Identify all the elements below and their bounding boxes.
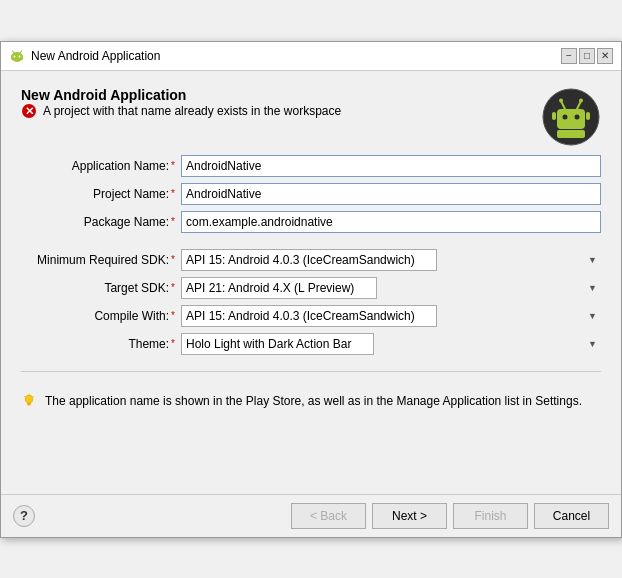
form-section: Application Name: * Project Name: * Pack… [21,155,601,233]
dialog-header-left: New Android Application ✕ A project with… [21,87,341,135]
project-name-row: Project Name: * [21,183,601,205]
error-message: A project with that name already exists … [43,104,341,118]
svg-point-19 [25,395,33,403]
compile-with-select[interactable]: API 15: Android 4.0.3 (IceCreamSandwich) [181,305,437,327]
svg-line-24 [33,396,34,397]
svg-rect-18 [557,130,585,138]
required-icon-5: * [171,282,175,293]
dialog-content: New Android Application ✕ A project with… [1,71,621,494]
divider [21,371,601,372]
min-sdk-label: Minimum Required SDK: * [21,253,181,267]
sdk-section: Minimum Required SDK: * API 15: Android … [21,249,601,355]
dialog-header: New Android Application ✕ A project with… [21,87,601,147]
bottom-right: < Back Next > Finish Cancel [291,503,609,529]
project-name-input[interactable] [181,183,601,205]
svg-rect-12 [552,112,556,120]
svg-line-23 [24,396,25,397]
minimize-button[interactable]: − [561,48,577,64]
application-name-row: Application Name: * [21,155,601,177]
svg-point-17 [579,98,583,102]
info-text: The application name is shown in the Pla… [45,392,582,410]
next-button[interactable]: Next > [372,503,447,529]
package-name-input[interactable] [181,211,601,233]
target-sdk-wrapper: API 21: Android 4.X (L Preview) [181,277,601,299]
error-icon: ✕ [21,103,37,119]
finish-button[interactable]: Finish [453,503,528,529]
maximize-button[interactable]: □ [579,48,595,64]
application-name-label: Application Name: * [21,159,181,173]
min-sdk-wrapper: API 15: Android 4.0.3 (IceCreamSandwich) [181,249,601,271]
spacer [21,418,601,478]
svg-rect-21 [28,404,31,405]
required-icon-6: * [171,310,175,321]
title-bar-left: New Android Application [9,48,160,64]
close-button[interactable]: ✕ [597,48,613,64]
info-row: The application name is shown in the Pla… [21,384,601,418]
svg-line-5 [20,51,22,53]
required-icon-3: * [171,216,175,227]
compile-with-wrapper: API 15: Android 4.0.3 (IceCreamSandwich) [181,305,601,327]
application-name-input[interactable] [181,155,601,177]
title-bar-controls: − □ ✕ [561,48,613,64]
title-bar: New Android Application − □ ✕ [1,42,621,71]
svg-point-10 [563,114,568,119]
svg-rect-9 [557,109,585,129]
project-name-label: Project Name: * [21,187,181,201]
back-button[interactable]: < Back [291,503,366,529]
cancel-button[interactable]: Cancel [534,503,609,529]
svg-point-3 [19,55,21,57]
min-sdk-row: Minimum Required SDK: * API 15: Android … [21,249,601,271]
help-button[interactable]: ? [13,505,35,527]
svg-rect-20 [27,403,31,405]
package-name-label: Package Name: * [21,215,181,229]
required-icon-7: * [171,338,175,349]
compile-with-label: Compile With: * [21,309,181,323]
theme-select[interactable]: Holo Light with Dark Action Bar [181,333,374,355]
svg-line-4 [13,51,15,53]
android-title-icon [9,48,25,64]
info-bulb-icon [21,393,37,409]
theme-label: Theme: * [21,337,181,351]
min-sdk-select[interactable]: API 15: Android 4.0.3 (IceCreamSandwich) [181,249,437,271]
theme-wrapper: Holo Light with Dark Action Bar [181,333,601,355]
required-icon: * [171,160,175,171]
required-icon-2: * [171,188,175,199]
required-icon-4: * [171,254,175,265]
dialog-title: New Android Application [21,87,341,103]
svg-rect-1 [11,55,23,60]
package-name-row: Package Name: * [21,211,601,233]
dialog-window: New Android Application − □ ✕ New Androi… [0,41,622,538]
bottom-bar: ? < Back Next > Finish Cancel [1,494,621,537]
theme-row: Theme: * Holo Light with Dark Action Bar [21,333,601,355]
android-logo [541,87,601,147]
target-sdk-select[interactable]: API 21: Android 4.X (L Preview) [181,277,377,299]
error-row: ✕ A project with that name already exist… [21,103,341,119]
target-sdk-row: Target SDK: * API 21: Android 4.X (L Pre… [21,277,601,299]
title-bar-text: New Android Application [31,49,160,63]
bottom-left: ? [13,505,35,527]
compile-with-row: Compile With: * API 15: Android 4.0.3 (I… [21,305,601,327]
svg-rect-13 [586,112,590,120]
svg-point-16 [559,98,563,102]
svg-point-11 [575,114,580,119]
svg-point-2 [14,55,16,57]
svg-text:✕: ✕ [25,105,34,117]
target-sdk-label: Target SDK: * [21,281,181,295]
